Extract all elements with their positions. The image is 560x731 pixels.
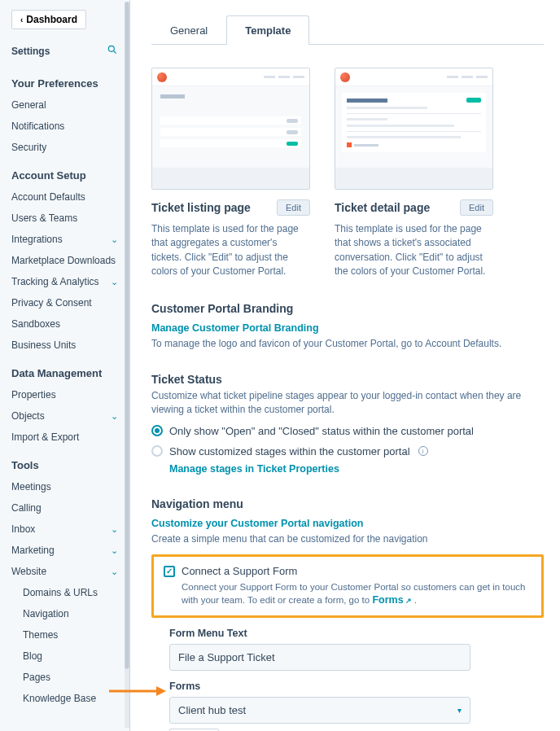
sidebar-item-label: Inbox [11, 523, 35, 535]
sidebar-item[interactable]: General [0, 94, 129, 116]
sidebar-item[interactable]: Inbox⌄ [0, 519, 129, 540]
status-option-open-closed[interactable]: Only show "Open" and "Closed" status wit… [151, 425, 544, 437]
search-icon[interactable] [107, 44, 118, 58]
sidebar-subitem[interactable]: Domains & URLs [0, 582, 129, 603]
sidebar-item-label: Objects [11, 410, 45, 422]
tab-template[interactable]: Template [226, 15, 309, 45]
sidebar-item-label: Marketplace Downloads [11, 255, 116, 266]
forms-select-value: Client hub test [178, 704, 246, 716]
forms-link[interactable]: Forms↗ [372, 594, 411, 606]
sidebar-item-label: Security [11, 142, 46, 153]
main-content: General Template Ticket listing page Edi… [135, 0, 560, 731]
chevron-down-icon: ⌄ [111, 411, 118, 422]
sidebar-item[interactable]: Security [0, 137, 129, 158]
sidebar-item[interactable]: Properties [0, 384, 129, 405]
logo-icon [157, 72, 167, 82]
info-icon[interactable]: i [418, 446, 428, 456]
sidebar-group-heading: Your Preferences [0, 66, 129, 94]
chevron-left-icon: ‹ [20, 15, 23, 24]
radio-icon [151, 425, 163, 436]
sidebar-subitem[interactable]: Themes [0, 624, 129, 646]
sidebar-item-label: Account Defaults [11, 191, 85, 203]
settings-sidebar: ‹ Dashboard Settings Your PreferencesGen… [0, 0, 130, 731]
forms-select-label: Forms [169, 681, 544, 692]
svg-point-0 [108, 46, 114, 51]
edit-listing-button[interactable]: Edit [277, 199, 310, 216]
sidebar-item[interactable]: Users & Teams [0, 208, 129, 229]
branding-heading: Customer Portal Branding [151, 302, 544, 315]
sidebar-item-label: Sandboxes [11, 318, 60, 330]
sidebar-item[interactable]: Tracking & Analytics⌄ [0, 271, 129, 292]
sidebar-item[interactable]: Calling [0, 497, 129, 519]
sidebar-item-label: Import & Export [11, 431, 79, 443]
connect-form-desc: Connect your Support Form to your Custom… [182, 580, 532, 608]
sidebar-group-heading: Tools [0, 448, 129, 476]
sidebar-item[interactable]: Website⌄ [0, 561, 129, 582]
connect-form-highlight: ✓ Connect a Support Form Connect your Su… [151, 554, 544, 619]
sidebar-item[interactable]: Marketplace Downloads [0, 250, 129, 271]
ticket-detail-card: Ticket detail page Edit This template is… [335, 68, 493, 279]
sidebar-item-label: Meetings [11, 481, 51, 492]
back-to-dashboard-button[interactable]: ‹ Dashboard [11, 10, 86, 29]
sidebar-group-heading: Account Setup [0, 158, 129, 186]
customize-nav-link[interactable]: Customize your Customer Portal navigatio… [151, 518, 363, 529]
sidebar-item-label: General [11, 99, 46, 111]
sidebar-item-label: Calling [11, 502, 42, 514]
sidebar-item[interactable]: Sandboxes [0, 313, 129, 335]
sidebar-item-label: Users & Teams [11, 212, 77, 224]
tab-bar: General Template [151, 15, 544, 45]
manage-branding-link[interactable]: Manage Customer Portal Branding [151, 322, 319, 334]
connect-form-checkbox[interactable]: ✓ [164, 566, 175, 577]
sidebar-item[interactable]: Account Defaults [0, 186, 129, 208]
branding-desc: To manage the logo and favicon of your C… [151, 337, 544, 351]
sidebar-item-label: Website [11, 566, 46, 577]
listing-title: Ticket listing page [151, 201, 251, 214]
sidebar-group-heading: Data Management [0, 356, 129, 384]
chevron-down-icon: ⌄ [111, 234, 118, 245]
sidebar-item[interactable]: Marketing⌄ [0, 540, 129, 561]
external-link-icon: ↗ [405, 597, 412, 605]
sidebar-subitem[interactable]: Pages [0, 667, 129, 688]
sidebar-subitem[interactable]: Knowledge Base [0, 688, 129, 709]
checkmark-icon: ✓ [166, 567, 173, 576]
ticket-listing-thumbnail [151, 68, 310, 190]
nav-desc: Create a simple menu that can be customi… [151, 532, 544, 546]
forms-select[interactable]: Client hub test ▾ [169, 697, 470, 724]
sidebar-scrollbar[interactable] [125, 2, 129, 728]
tab-general[interactable]: General [151, 15, 226, 45]
status-desc: Customize what ticket pipeline stages ap… [151, 389, 544, 417]
sidebar-item[interactable]: Notifications [0, 116, 129, 137]
scrollbar-thumb[interactable] [125, 2, 129, 669]
sidebar-item-label: Notifications [11, 120, 64, 132]
form-menu-text-input[interactable] [169, 644, 470, 671]
sidebar-item[interactable]: Meetings [0, 476, 129, 497]
manage-stages-link[interactable]: Manage stages in Ticket Properties [169, 463, 339, 475]
listing-desc: This template is used for the page that … [151, 222, 310, 279]
sidebar-subitem[interactable]: Blog [0, 646, 129, 667]
ticket-detail-thumbnail [335, 68, 493, 190]
status-opt1-label: Only show "Open" and "Closed" status wit… [169, 425, 474, 437]
svg-line-1 [114, 51, 116, 54]
sidebar-item[interactable]: Import & Export [0, 427, 129, 448]
edit-detail-button[interactable]: Edit [460, 199, 493, 216]
logo-icon [340, 72, 350, 82]
detail-title: Ticket detail page [335, 201, 430, 214]
sidebar-item[interactable]: Objects⌄ [0, 405, 129, 427]
status-option-custom[interactable]: Show customized stages within the custom… [151, 445, 544, 457]
detail-desc: This template is used for the page that … [335, 222, 493, 279]
form-menu-text-label: Form Menu Text [169, 628, 544, 639]
chevron-down-icon: ⌄ [111, 567, 118, 577]
sidebar-item[interactable]: Integrations⌄ [0, 229, 129, 250]
status-heading: Ticket Status [151, 373, 544, 386]
sidebar-item-label: Integrations [11, 234, 63, 245]
status-opt2-label: Show customized stages within the custom… [169, 445, 410, 457]
sidebar-item-label: Privacy & Consent [11, 297, 92, 309]
sidebar-item-label: Properties [11, 389, 56, 401]
sidebar-subitem[interactable]: Navigation [0, 603, 129, 624]
connect-form-label: Connect a Support Form [182, 565, 532, 577]
sidebar-item[interactable]: Business Units [0, 335, 129, 356]
back-label: Dashboard [26, 14, 77, 25]
chevron-down-icon: ⌄ [111, 545, 118, 556]
sidebar-item-label: Marketing [11, 545, 55, 556]
sidebar-item[interactable]: Privacy & Consent [0, 292, 129, 313]
